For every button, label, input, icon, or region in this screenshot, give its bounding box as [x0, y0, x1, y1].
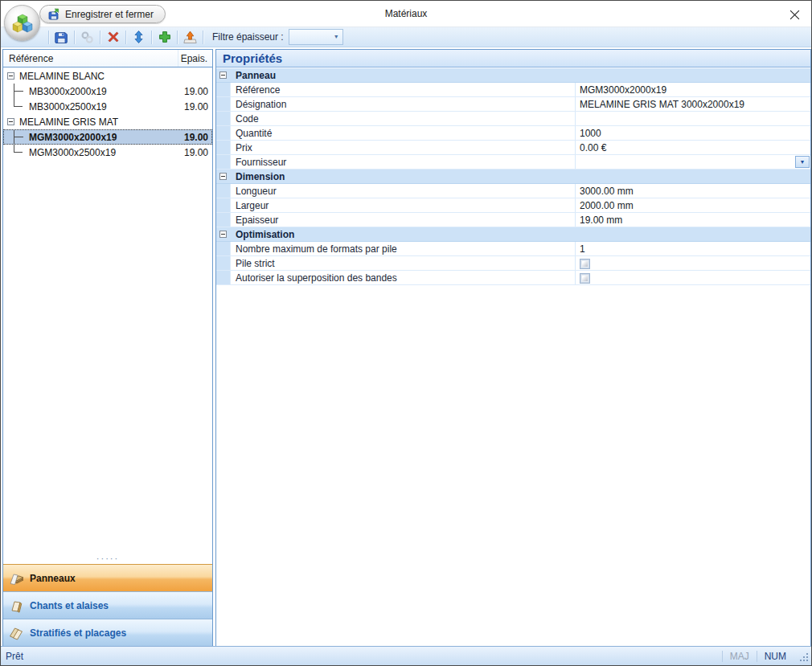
- tree-item-reference: MB3000x2500x19: [29, 101, 107, 112]
- collapse-toggle-icon[interactable]: [219, 173, 227, 180]
- property-label: Référence: [231, 83, 576, 96]
- tree-nav-splitter[interactable]: ·····: [3, 556, 212, 564]
- resize-grip[interactable]: [799, 652, 809, 662]
- tree-item[interactable]: MGM3000x2000x1919.00: [3, 129, 212, 145]
- tree-item-reference: MB3000x2000x19: [29, 86, 107, 97]
- property-group-header[interactable]: Dimension: [216, 170, 810, 184]
- tree-item-thickness: 19.00: [184, 132, 212, 143]
- property-row-margin: [216, 83, 231, 96]
- add-icon: [158, 31, 171, 43]
- add-button[interactable]: [154, 29, 174, 46]
- toolbar-separator: [203, 31, 203, 44]
- property-row-margin: [216, 198, 231, 212]
- nav-item-label: Stratifiés et placages: [30, 627, 126, 639]
- tree-connector-icon: [14, 84, 24, 99]
- filter-thickness-combobox[interactable]: ▼: [289, 29, 343, 45]
- property-value[interactable]: 1: [576, 242, 810, 255]
- property-label: Prix: [231, 141, 576, 154]
- status-bar: Prêt MAJ NUM: [1, 646, 811, 665]
- save-plus-icon: [47, 8, 60, 21]
- toolbar-separator: [177, 31, 178, 44]
- nav-item-label: Chants et alaises: [30, 600, 109, 611]
- cubes-logo-icon: [10, 10, 35, 36]
- property-row: Nombre maximum de formats par pile1: [216, 242, 810, 256]
- tree-connector-icon: [14, 145, 24, 160]
- nav-item-stratifies-et-placages[interactable]: Stratifiés et placages: [3, 619, 212, 646]
- material-tree: MELAMINE BLANCMB3000x2000x1919.00MB3000x…: [3, 68, 212, 160]
- checkbox-box: [581, 275, 588, 282]
- property-row-margin: [216, 213, 231, 227]
- collapse-toggle-icon[interactable]: [219, 231, 227, 238]
- property-row: Largeur2000.00 mm: [216, 198, 810, 213]
- column-header-thickness[interactable]: Epais.: [178, 50, 212, 67]
- property-group-header[interactable]: Panneau: [216, 68, 810, 83]
- checkbox[interactable]: [580, 259, 590, 269]
- panels-stack-icon: [8, 570, 24, 586]
- property-row-margin: [216, 271, 231, 284]
- property-label: Quantité: [231, 126, 576, 140]
- move-button[interactable]: [129, 29, 149, 46]
- nav-item-chants-et-alaises[interactable]: Chants et alaises: [3, 591, 212, 619]
- tree-item[interactable]: MB3000x2500x1919.00: [3, 99, 212, 114]
- save-and-close-button[interactable]: Enregistrer et fermer: [39, 5, 166, 23]
- property-value[interactable]: 2000.00 mm: [576, 198, 810, 212]
- properties-grid: PanneauRéférenceMGM3000x2000x19Désignati…: [216, 68, 810, 285]
- property-value[interactable]: MGM3000x2000x19: [576, 83, 810, 96]
- property-row-margin: [216, 242, 231, 255]
- property-value[interactable]: 0.00 €: [576, 141, 810, 154]
- tree-group-label: MELAMINE GRIS MAT: [19, 116, 118, 128]
- property-row: DésignationMELAMINE GRIS MAT 3000x2000x1…: [216, 97, 810, 112]
- property-label: Fournisseur: [231, 155, 576, 169]
- checkbox[interactable]: [580, 273, 590, 284]
- collapse-toggle-icon[interactable]: [7, 72, 14, 80]
- toolbar-separator: [125, 31, 126, 44]
- laminate-icon: [8, 625, 24, 641]
- category-nav: Panneaux Chants et alaises Stratifiés et…: [3, 564, 212, 646]
- tree-item[interactable]: MGM3000x2500x1919.00: [3, 145, 212, 160]
- tree-header: Référence Epais.: [3, 50, 212, 67]
- property-value[interactable]: MELAMINE GRIS MAT 3000x2000x19: [576, 97, 810, 111]
- delete-button[interactable]: [103, 29, 123, 46]
- dropdown-button[interactable]: ▼: [795, 156, 810, 168]
- tree-item[interactable]: MB3000x2000x1919.00: [3, 84, 212, 99]
- toolbar-separator: [48, 31, 49, 44]
- nav-item-panneaux[interactable]: Panneaux: [3, 564, 212, 591]
- collapse-toggle-icon[interactable]: [7, 118, 14, 125]
- save-button[interactable]: [51, 29, 72, 46]
- property-value[interactable]: [576, 271, 810, 284]
- property-value[interactable]: [576, 112, 810, 125]
- column-header-reference[interactable]: Référence: [3, 50, 178, 67]
- property-row: Epaisseur19.00 mm: [216, 213, 810, 227]
- property-row: Autoriser la superposition des bandes: [216, 271, 810, 285]
- app-menu-button[interactable]: [4, 5, 40, 41]
- tree-item-thickness: 19.00: [184, 147, 212, 158]
- collapse-toggle-icon[interactable]: [219, 72, 227, 79]
- property-row-margin: [216, 112, 231, 125]
- filter-thickness-label: Filtre épaisseur :: [212, 31, 284, 43]
- tree-group-row[interactable]: MELAMINE BLANC: [3, 68, 212, 84]
- toolbar-separator: [74, 31, 75, 44]
- property-row: Code: [216, 112, 810, 126]
- property-label: Nombre maximum de formats par pile: [231, 242, 576, 255]
- property-row-margin: [216, 141, 231, 154]
- property-value[interactable]: ▼: [576, 155, 810, 169]
- property-label: Désignation: [231, 97, 576, 111]
- close-button[interactable]: [784, 6, 805, 23]
- property-group-header[interactable]: Optimisation: [216, 227, 810, 242]
- property-label: Pile strict: [231, 256, 576, 270]
- property-value[interactable]: 3000.00 mm: [576, 184, 810, 198]
- tree-group-row[interactable]: MELAMINE GRIS MAT: [3, 114, 212, 129]
- properties-title: Propriétés: [216, 50, 810, 67]
- property-value[interactable]: 19.00 mm: [576, 213, 810, 227]
- status-message: Prêt: [6, 651, 23, 662]
- link-button[interactable]: [77, 29, 97, 46]
- tree-group-label: MELAMINE BLANC: [19, 71, 105, 82]
- property-row-margin: [216, 256, 231, 270]
- property-row-margin: [216, 97, 231, 111]
- material-list-panel: Référence Epais. MELAMINE BLANCMB3000x20…: [2, 49, 213, 647]
- export-button[interactable]: [180, 29, 200, 46]
- property-value[interactable]: [576, 256, 810, 270]
- property-row: Pile strict: [216, 256, 810, 271]
- chevron-down-icon: ▼: [334, 34, 339, 39]
- property-value[interactable]: 1000: [576, 126, 810, 140]
